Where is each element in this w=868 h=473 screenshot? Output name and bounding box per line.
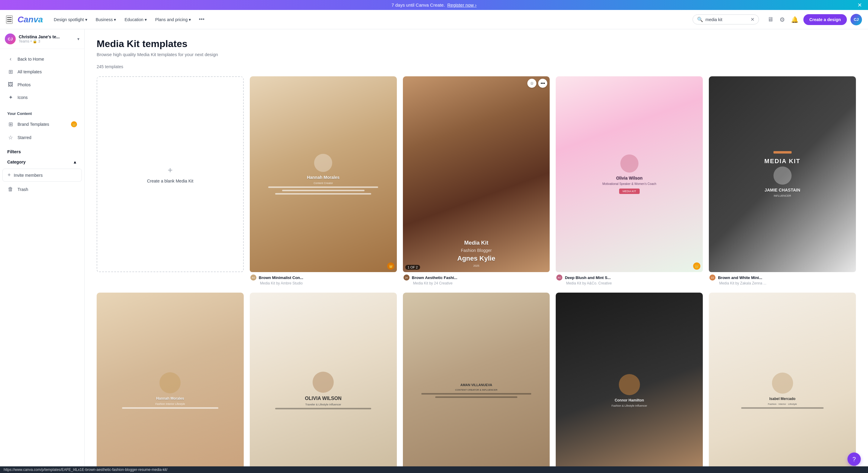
search-input[interactable] [706,17,748,22]
page-subtitle: Browse high quality Media Kit templates … [97,52,856,57]
nav-plans-pricing[interactable]: Plans and pricing ▾ [152,15,194,24]
blank-card-label: Create a blank Media Kit [147,178,193,183]
template-card-brown-aesthetic[interactable]: Media Kit Fashion Blogger Agnes Kylie 20… [403,76,550,286]
blank-card-image: + Create a blank Media Kit [97,76,244,272]
sidebar-item-brand-templates[interactable]: ⊞ Brand Templates 👑 [2,118,82,131]
canva-logo[interactable]: Canva [18,15,43,25]
sidebar-item-icons[interactable]: ✦ Icons [2,91,82,104]
more-options-button[interactable]: ••• [538,79,547,88]
template-card-image: Media Kit Fashion Blogger Agnes Kylie 20… [403,76,550,272]
template-count: 245 templates [97,64,856,69]
search-clear-button[interactable]: ✕ [750,16,754,22]
template-meta: Media Kit by 24 Creative [403,281,549,285]
chevron-down-icon: ▾ [114,17,116,22]
template-title: Brown Aesthetic Fashi... [412,275,458,280]
template-card-brown-minimalist[interactable]: Hannah Morales Content Creator 👑 AS Brow… [250,76,397,286]
template-card-row2-1[interactable]: Hannah Morales Fashion Interior Lifestyl… [97,293,244,473]
back-to-home-button[interactable]: ‹ Back to Home [2,53,82,65]
template-card-info: AS Brown Minimalist Con... Media Kit by … [250,272,397,286]
creator-avatar: AS [250,274,256,280]
your-content-label: Your Content [0,108,84,117]
template-title: Deep Blush and Mint S... [565,275,611,280]
template-card-image: OLIVIA WILSON Traveler & Lifestyle Influ… [250,293,397,473]
template-card-image: AMAN VILLANUEVA CONTENT CREATOR & INFLUE… [403,293,550,473]
trash-icon: 🗑 [7,186,14,193]
sidebar-item-starred[interactable]: ☆ Starred [2,131,82,144]
gold-crown-badge: 👑 [387,263,395,270]
template-card-info: ZZ Brown and White Mini... Media Kit by … [709,272,856,286]
status-bar: https://www.canva.com/p/templates/EAFE_I… [0,466,868,473]
category-filter-header[interactable]: Category ▲ [0,157,84,167]
plus-icon: + [167,165,173,175]
create-design-button[interactable]: Create a design [803,14,847,25]
chevron-down-icon: ▾ [77,36,80,41]
template-card-info: 24 Brown Aesthetic Fashi... Media Kit by… [403,272,550,286]
template-card-row2-5[interactable]: Isabel Mercado Fashion · Interior · Life… [709,293,856,473]
blank-template-card[interactable]: + Create a blank Media Kit [97,76,244,286]
header: ☰ Canva Design spotlight ▾ Business ▾ Ed… [0,10,868,29]
creator-avatar: AC [556,274,562,280]
main-nav: Design spotlight ▾ Business ▾ Education … [50,14,688,25]
template-card-row2-3[interactable]: AMAN VILLANUEVA CONTENT CREATOR & INFLUE… [403,293,550,473]
star-button[interactable]: ☆ [527,79,536,88]
photos-icon: 🖼 [7,81,14,88]
template-meta: Media Kit by Ambre Studio [250,281,396,285]
avatar[interactable]: CJ [850,14,862,25]
template-card-image: Hannah Morales Content Creator 👑 [250,76,397,272]
template-card-deep-blush[interactable]: Olivia Wilson Motivational Speaker & Wom… [556,76,703,286]
banner-text: 7 days until Canva Create. [392,2,445,7]
template-card-image: Olivia Wilson Motivational Speaker & Wom… [556,76,703,272]
template-meta: Media Kit by Zakala Zenna ... [709,281,855,285]
workspace-name: Christina Jane's te... [19,34,74,39]
template-card-image: Connor Hamilton Fashion & Lifestyle Infl… [556,293,703,473]
top-banner: 7 days until Canva Create. Register now … [0,0,868,10]
template-card-image: MEDIA KIT JAMIE CHASTAIN INFLUENCER [709,76,856,272]
main-layout: CJ Christina Jane's te... Teams • 🔒 3 ▾ … [0,29,868,473]
template-card-image: Isabel Mercado Fashion · Interior · Life… [709,293,856,473]
sidebar-item-photos[interactable]: 🖼 Photos [2,78,82,91]
creator-avatar: ZZ [709,274,715,280]
brand-templates-icon: ⊞ [7,121,14,128]
template-card-row2-4[interactable]: Connor Hamilton Fashion & Lifestyle Infl… [556,293,703,473]
nav-education[interactable]: Education ▾ [121,15,150,24]
content-area: Media Kit templates Browse high quality … [85,29,868,473]
template-grid-row2: Hannah Morales Fashion Interior Lifestyl… [97,293,856,473]
template-card-row2-2[interactable]: OLIVIA WILSON Traveler & Lifestyle Influ… [250,293,397,473]
sidebar: CJ Christina Jane's te... Teams • 🔒 3 ▾ … [0,29,85,473]
invite-members-button[interactable]: + Invite members [2,169,82,181]
sidebar-item-all-templates[interactable]: ⊞ All templates [2,65,82,78]
template-title: Brown Minimalist Con... [259,275,303,280]
notifications-icon[interactable]: 🔔 [790,15,800,25]
nav-design-spotlight[interactable]: Design spotlight ▾ [50,15,91,24]
icons-icon: ✦ [7,94,14,101]
nav-more-button[interactable]: ••• [196,14,208,25]
star-icon: ☆ [7,134,14,141]
settings-icon[interactable]: ⚙ [778,15,786,25]
template-meta: Media Kit by A&Co. Creative [556,281,702,285]
template-card-brown-white[interactable]: MEDIA KIT JAMIE CHASTAIN INFLUENCER ZZ B… [709,76,856,286]
sidebar-item-trash[interactable]: 🗑 Trash [2,183,82,196]
search-icon: 🔍 [697,16,703,22]
display-icon[interactable]: 🖥 [766,15,775,24]
page-title: Media Kit templates [97,38,856,49]
nav-business[interactable]: Business ▾ [92,15,120,24]
workspace-avatar: CJ [5,33,16,44]
template-card-info: AC Deep Blush and Mint S... Media Kit by… [556,272,703,286]
sidebar-navigation: ‹ Back to Home ⊞ All templates 🖼 Photos … [0,49,84,108]
search-bar: 🔍 ✕ [692,14,759,25]
creator-avatar: 24 [403,274,409,280]
menu-toggle-button[interactable]: ☰ [6,15,13,24]
filters-label: Filters [0,144,84,157]
banner-link[interactable]: Register now › [447,2,476,7]
chevron-up-icon: ▲ [73,160,77,164]
template-grid: + Create a blank Media Kit Hannah Morale… [97,76,856,286]
banner-close-button[interactable]: ✕ [858,2,862,8]
template-card-image: Hannah Morales Fashion Interior Lifestyl… [97,293,244,473]
workspace-selector[interactable]: CJ Christina Jane's te... Teams • 🔒 3 ▾ [0,29,84,49]
header-actions: 🖥 ⚙ 🔔 Create a design CJ [766,14,862,25]
workspace-info: Christina Jane's te... Teams • 🔒 3 [19,34,74,43]
help-button[interactable]: ? [847,452,861,466]
grid-icon: ⊞ [7,68,14,75]
chevron-down-icon: ▾ [145,17,147,22]
plus-icon: + [7,172,11,178]
